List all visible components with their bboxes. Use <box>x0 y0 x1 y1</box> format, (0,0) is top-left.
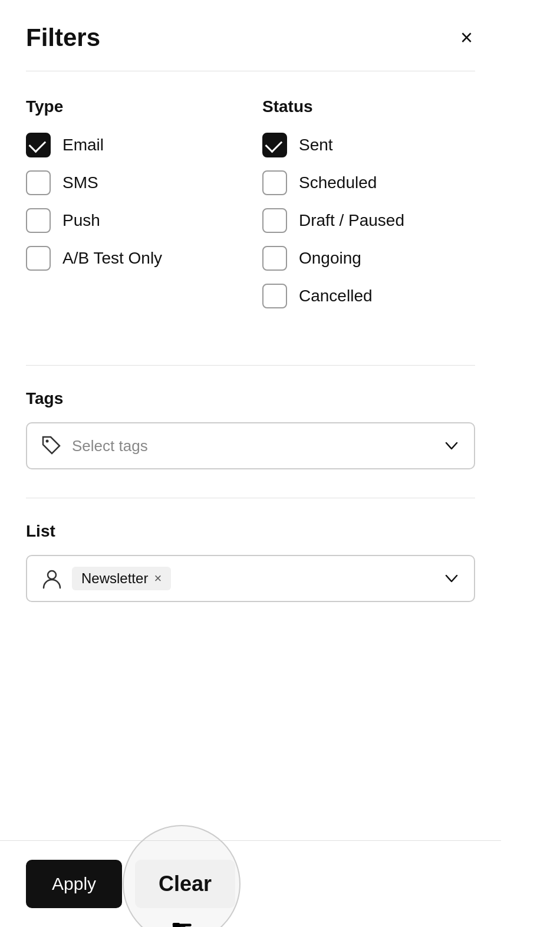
list-dropdown[interactable]: Newsletter × <box>26 555 475 602</box>
checkbox-draft[interactable]: Draft / Paused <box>262 208 475 233</box>
panel-title: Filters <box>26 24 100 52</box>
checkbox-abtest-input[interactable] <box>26 246 51 271</box>
checkbox-scheduled-input[interactable] <box>262 170 287 195</box>
clear-button[interactable]: Clear <box>135 860 235 908</box>
tags-section-title: Tags <box>26 389 475 408</box>
checkbox-push[interactable]: Push <box>26 208 239 233</box>
filter-panel: Filters × Type Email SMS Push <box>0 0 501 927</box>
checkbox-ongoing-label: Ongoing <box>299 249 361 268</box>
tags-chevron-icon <box>443 438 460 454</box>
checkbox-scheduled-label: Scheduled <box>299 173 377 192</box>
newsletter-tag-label: Newsletter <box>81 570 148 587</box>
newsletter-tag: Newsletter × <box>72 567 171 590</box>
svg-point-1 <box>48 571 56 579</box>
section-divider-1 <box>26 365 475 366</box>
checkbox-sent[interactable]: Sent <box>262 133 475 157</box>
checkbox-sent-label: Sent <box>299 136 333 154</box>
checkbox-email[interactable]: Email <box>26 133 239 157</box>
checkbox-email-label: Email <box>62 136 104 154</box>
cursor-pointer-icon: ☛ <box>170 913 193 927</box>
type-section-title: Type <box>26 97 239 116</box>
checkbox-sms-label: SMS <box>62 173 98 192</box>
clear-button-wrapper: Clear ☛ <box>128 860 235 908</box>
tags-placeholder: Select tags <box>72 437 148 455</box>
checkbox-abtest[interactable]: A/B Test Only <box>26 246 239 271</box>
section-divider-2 <box>26 498 475 498</box>
list-section-title: List <box>26 522 475 541</box>
svg-point-0 <box>46 440 49 443</box>
list-chevron-icon <box>443 570 460 587</box>
tags-filter-section: Tags Select tags <box>26 389 475 469</box>
newsletter-tag-remove[interactable]: × <box>154 572 162 585</box>
status-section-title: Status <box>262 97 475 116</box>
user-icon <box>41 568 62 589</box>
tags-dropdown-inner: Select tags <box>41 435 434 456</box>
checkbox-draft-input[interactable] <box>262 208 287 233</box>
panel-footer: Apply Clear ☛ <box>0 840 501 927</box>
checkbox-draft-label: Draft / Paused <box>299 211 404 230</box>
checkbox-sent-input[interactable] <box>262 133 287 157</box>
checkbox-cancelled[interactable]: Cancelled <box>262 284 475 308</box>
type-filter-section: Type Email SMS Push A/B Test Only <box>26 97 239 308</box>
apply-button[interactable]: Apply <box>26 860 122 908</box>
type-status-section: Type Email SMS Push A/B Test Only <box>26 97 475 337</box>
tag-icon <box>41 435 62 456</box>
tags-dropdown[interactable]: Select tags <box>26 422 475 469</box>
checkbox-sms-input[interactable] <box>26 170 51 195</box>
checkbox-ongoing-input[interactable] <box>262 246 287 271</box>
checkbox-cancelled-input[interactable] <box>262 284 287 308</box>
filters-body: Type Email SMS Push A/B Test Only <box>0 71 501 927</box>
checkbox-ongoing[interactable]: Ongoing <box>262 246 475 271</box>
close-button[interactable]: × <box>458 25 475 51</box>
checkbox-push-input[interactable] <box>26 208 51 233</box>
panel-header: Filters × <box>0 0 501 71</box>
checkbox-abtest-label: A/B Test Only <box>62 249 162 268</box>
checkbox-email-input[interactable] <box>26 133 51 157</box>
status-filter-section: Status Sent Scheduled Draft / Paused Ong… <box>262 97 475 308</box>
checkbox-scheduled[interactable]: Scheduled <box>262 170 475 195</box>
checkbox-sms[interactable]: SMS <box>26 170 239 195</box>
footer-actions: Apply Clear ☛ <box>0 841 501 927</box>
list-dropdown-inner: Newsletter × <box>41 567 434 590</box>
list-filter-section: List Newsletter × <box>26 522 475 602</box>
checkbox-push-label: Push <box>62 211 100 230</box>
checkbox-cancelled-label: Cancelled <box>299 287 373 305</box>
